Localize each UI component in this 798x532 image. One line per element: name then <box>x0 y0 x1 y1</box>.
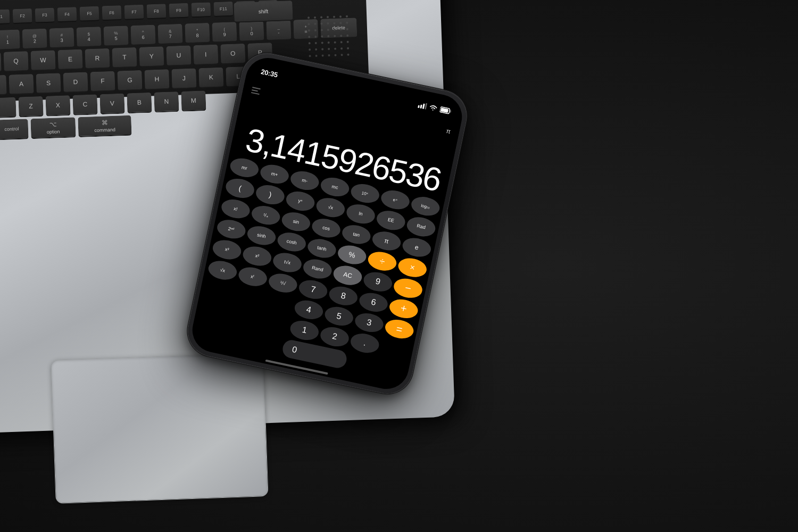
calc-btn-xfact[interactable]: x! <box>220 197 252 221</box>
calc-btn-tanh[interactable]: tanh <box>306 237 338 261</box>
calc-btn-empty7 <box>194 320 225 343</box>
c-key[interactable]: C <box>72 94 97 115</box>
1-key[interactable]: !1 <box>0 29 20 51</box>
6-key[interactable]: ^6 <box>130 24 155 46</box>
trackpad[interactable] <box>51 353 268 504</box>
calc-btn-minus[interactable]: − <box>392 276 424 300</box>
j-key[interactable]: J <box>171 68 196 89</box>
f2-key[interactable]: F2 <box>13 9 32 24</box>
calc-btn-t-sqrt[interactable]: t√x <box>271 251 303 275</box>
calc-btn-8[interactable]: 8 <box>327 284 359 308</box>
calc-btn-1sqrt[interactable]: ¹/√ <box>267 271 299 295</box>
calc-btn-2nd[interactable]: 2ⁿᵈ <box>215 218 247 242</box>
f10-key[interactable]: F10 <box>191 2 211 18</box>
calc-btn-t-sqrt2[interactable]: √x <box>206 258 238 282</box>
v-key[interactable]: V <box>99 94 124 115</box>
calc-btn-4[interactable]: 4 <box>293 298 325 322</box>
w-key[interactable]: W <box>30 50 55 71</box>
calc-btn-equals[interactable]: = <box>384 317 415 341</box>
3-key[interactable]: #3 <box>49 28 74 49</box>
calc-btn-2[interactable]: 2 <box>319 325 351 349</box>
calc-btn-yx[interactable]: yˣ <box>285 189 317 213</box>
4-key[interactable]: $4 <box>76 27 101 48</box>
0-key[interactable]: )0 <box>239 21 264 42</box>
calc-btn-ee[interactable]: EE <box>375 209 407 232</box>
h-key[interactable]: H <box>144 69 169 90</box>
q-key[interactable]: Q <box>3 51 28 72</box>
r-key[interactable]: R <box>85 48 110 70</box>
f7-key[interactable]: F7 <box>124 5 144 20</box>
t-key[interactable]: T <box>112 47 137 69</box>
u-key[interactable]: U <box>166 45 191 66</box>
g-key[interactable]: G <box>117 70 142 92</box>
m-key[interactable]: M <box>181 90 206 112</box>
f-key[interactable]: F <box>90 71 115 93</box>
calc-btn-1[interactable]: 1 <box>288 319 320 343</box>
calc-btn-plus[interactable]: + <box>388 297 420 321</box>
calc-btn-multiply[interactable]: × <box>396 256 428 280</box>
calc-btn-cos[interactable]: cos <box>310 216 342 240</box>
s-key[interactable]: S <box>36 73 61 94</box>
calc-btn-x3[interactable]: x³ <box>211 238 243 262</box>
caps-key[interactable]: caps lock <box>0 75 7 96</box>
f11-key[interactable]: F11 <box>213 2 233 17</box>
f3-key[interactable]: F3 <box>35 8 55 23</box>
calc-btn-tan[interactable]: tan <box>340 222 372 246</box>
calc-btn-sqrtx[interactable]: √x <box>314 196 346 220</box>
calc-btn-paren-close[interactable]: ) <box>254 183 286 207</box>
a-key[interactable]: A <box>9 74 34 95</box>
z-key[interactable]: Z <box>18 96 43 118</box>
calc-btn-cosh[interactable]: cosh <box>276 230 307 254</box>
calc-btn-sin[interactable]: sin <box>280 210 312 234</box>
9-key[interactable]: (9 <box>212 22 237 43</box>
y-key[interactable]: Y <box>139 46 164 68</box>
b-key[interactable]: B <box>127 93 152 114</box>
f1-key[interactable]: F1 <box>0 9 10 24</box>
8-key[interactable]: *8 <box>185 23 210 44</box>
f9-key[interactable]: F9 <box>169 3 188 19</box>
n-key[interactable]: N <box>154 92 179 113</box>
signal-icon <box>418 102 427 110</box>
x-key[interactable]: X <box>45 95 70 117</box>
2-key[interactable]: @2 <box>22 29 47 50</box>
calc-btn-7[interactable]: 7 <box>297 278 329 302</box>
option-key[interactable]: ⌥ option <box>30 117 76 139</box>
calc-btn-e[interactable]: e <box>401 235 433 259</box>
calc-btn-3[interactable]: 3 <box>353 311 385 335</box>
calc-btn-ln[interactable]: ln <box>345 202 377 226</box>
minus-key[interactable]: _- <box>266 20 291 41</box>
d-key[interactable]: D <box>63 72 88 93</box>
f8-key[interactable]: F8 <box>146 4 166 19</box>
calc-btn-pi[interactable]: π <box>371 229 403 253</box>
f5-key[interactable]: F5 <box>80 6 99 22</box>
calc-btn-paren-open[interactable]: ( <box>224 177 256 201</box>
shift-left-key[interactable]: shift <box>0 97 16 119</box>
e-key[interactable]: E <box>57 49 82 70</box>
calc-btn-x2[interactable]: x² <box>241 244 273 268</box>
calc-btn-rand[interactable]: Rand <box>302 257 334 281</box>
calc-btn-1overx[interactable]: ¹/ₓ <box>250 203 282 227</box>
f6-key[interactable]: F6 <box>102 5 122 21</box>
calc-btn-divide[interactable]: ÷ <box>366 250 398 273</box>
command-key[interactable]: ⌘ command <box>78 115 131 137</box>
calc-btn-xt[interactable]: xᵗ <box>237 265 269 289</box>
control-key[interactable]: control <box>0 119 29 140</box>
calc-btn-rad[interactable]: Rad <box>405 215 437 239</box>
calc-btn-6[interactable]: 6 <box>358 290 389 314</box>
svg-rect-0 <box>418 105 420 109</box>
calc-btn-percent[interactable]: % <box>336 243 368 267</box>
battery-icon <box>439 106 452 115</box>
calc-btn-9[interactable]: 9 <box>362 270 394 294</box>
f4-key[interactable]: F4 <box>57 7 77 22</box>
calc-btn-dot[interactable]: . <box>349 331 381 355</box>
calc-btn-ac[interactable]: AC <box>332 263 364 287</box>
i-key[interactable]: I <box>193 45 218 66</box>
k-key[interactable]: K <box>198 68 223 89</box>
5-key[interactable]: %5 <box>103 26 128 47</box>
7-key[interactable]: &7 <box>157 24 182 45</box>
o-key[interactable]: O <box>220 44 245 65</box>
shift-key-label[interactable]: shift <box>234 1 293 23</box>
calc-btn-sinh[interactable]: sinh <box>246 224 278 248</box>
tab-key[interactable]: tab <box>0 52 2 73</box>
calc-btn-5[interactable]: 5 <box>323 304 355 328</box>
